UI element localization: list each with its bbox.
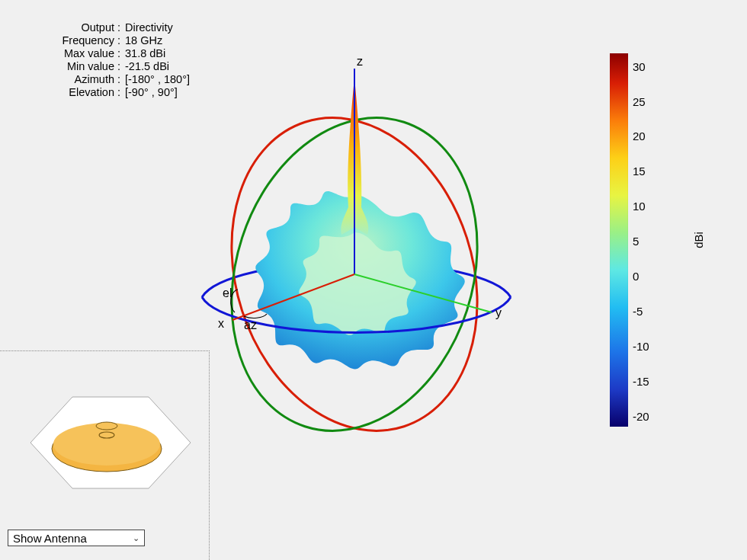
axis-label-z: z — [357, 55, 363, 68]
info-row: Frequency : 18 GHz — [8, 34, 194, 47]
colorbar-tick: 25 — [633, 94, 646, 107]
info-label-max: Max value — [8, 47, 117, 60]
colorbar-tick: -20 — [633, 410, 649, 423]
colorbar-tick: -10 — [633, 340, 649, 353]
colorbar-tick: -5 — [633, 305, 643, 318]
info-value-output: Directivity — [125, 21, 173, 34]
info-row: Output : Directivity — [8, 21, 194, 34]
colorbar: 302520151050-5-10-15-20 dBi — [610, 53, 694, 427]
info-label-min: Min value — [8, 60, 117, 73]
axis-label-el: el — [223, 286, 232, 299]
colorbar-tick: 15 — [633, 165, 646, 178]
colorbar-tick: 10 — [633, 200, 646, 213]
info-label-azimuth: Azimuth — [8, 73, 117, 86]
dropdown-selected-label: Show Antenna — [13, 532, 87, 545]
axis-label-az: az — [244, 318, 257, 331]
info-value-max: 31.8 dBi — [125, 47, 165, 60]
info-value-min: -21.5 dBi — [125, 60, 169, 73]
chevron-down-icon: ⌄ — [133, 533, 139, 543]
colorbar-ticks: 302520151050-5-10-15-20 — [633, 53, 663, 427]
info-row: Elevation : [-90° , 90°] — [8, 86, 194, 99]
svg-point-4 — [96, 422, 117, 430]
info-label-elevation: Elevation — [8, 86, 117, 99]
info-row: Min value : -21.5 dBi — [8, 60, 194, 73]
colorbar-tick: 5 — [633, 235, 639, 248]
axis-label-y: y — [495, 306, 502, 319]
colorbar-tick: 0 — [633, 270, 639, 283]
colorbar-tick: 30 — [633, 59, 646, 72]
info-value-frequency: 18 GHz — [125, 34, 162, 47]
antenna-inset-panel — [0, 350, 210, 560]
info-value-azimuth: [-180° , 180°] — [125, 73, 190, 86]
info-row: Max value : 31.8 dBi — [8, 47, 194, 60]
info-block: Output : Directivity Frequency : 18 GHz … — [8, 21, 194, 99]
info-value-elevation: [-90° , 90°] — [125, 86, 178, 99]
colorbar-tick: 20 — [633, 130, 646, 142]
colorbar-gradient — [610, 53, 628, 427]
radiation-pattern-plot[interactable]: z x y az el — [191, 46, 541, 419]
colorbar-tick: -15 — [633, 375, 649, 388]
info-label-frequency: Frequency — [8, 34, 117, 47]
info-row: Azimuth : [-180° , 180°] — [8, 73, 194, 86]
show-antenna-dropdown[interactable]: Show Antenna ⌄ — [8, 530, 145, 546]
colorbar-unit-label: dBi — [693, 232, 706, 248]
info-label-output: Output — [8, 21, 117, 34]
antenna-icon — [0, 351, 210, 526]
axis-label-x: x — [218, 317, 224, 330]
